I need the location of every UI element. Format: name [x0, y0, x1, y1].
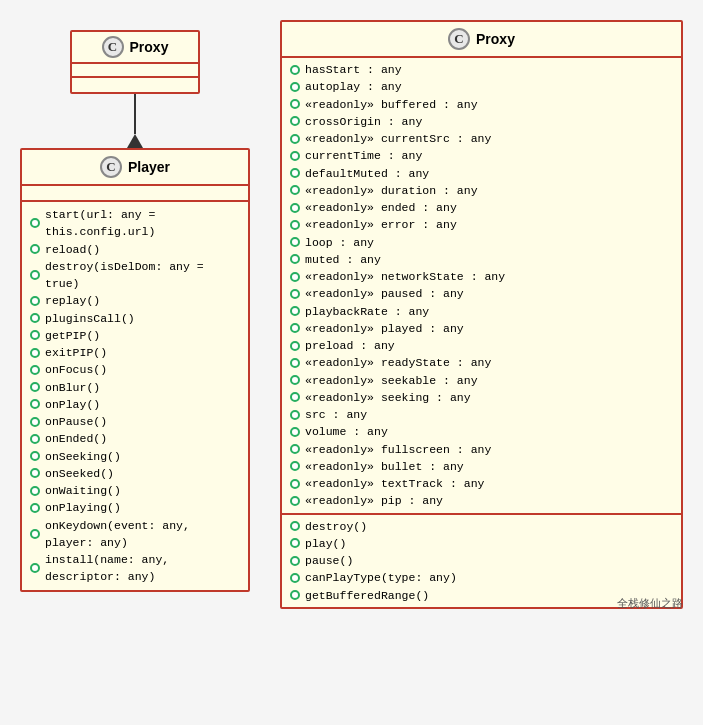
property-label: «readonly» pip : any — [305, 492, 443, 509]
method-circle-icon — [30, 218, 40, 228]
proxy-property-item: «readonly» textTrack : any — [290, 475, 673, 492]
property-label: defaultMuted : any — [305, 165, 429, 182]
property-circle-icon — [290, 254, 300, 264]
player-methods-section: start(url: any = this.config.url)reload(… — [22, 202, 248, 590]
proxy-property-item: «readonly» paused : any — [290, 285, 673, 302]
proxy-small-header: C Proxy — [72, 32, 198, 64]
property-label: «readonly» textTrack : any — [305, 475, 484, 492]
property-label: «readonly» seeking : any — [305, 389, 471, 406]
player-method-item: onKeydown(event: any, player: any) — [30, 517, 240, 552]
method-label: canPlayType(type: any) — [305, 569, 457, 586]
method-label: onEnded() — [45, 430, 107, 447]
proxy-property-item: «readonly» played : any — [290, 320, 673, 337]
inheritance-arrow — [127, 94, 143, 148]
proxy-property-item: «readonly» duration : any — [290, 182, 673, 199]
method-circle-icon — [30, 451, 40, 461]
method-circle-icon — [30, 348, 40, 358]
player-method-item: onPlay() — [30, 396, 240, 413]
property-circle-icon — [290, 392, 300, 402]
player-method-item: onPause() — [30, 413, 240, 430]
proxy-property-item: preload : any — [290, 337, 673, 354]
property-label: «readonly» paused : any — [305, 285, 464, 302]
property-circle-icon — [290, 289, 300, 299]
property-label: «readonly» networkState : any — [305, 268, 505, 285]
property-label: volume : any — [305, 423, 388, 440]
player-class-name: Player — [128, 159, 170, 175]
player-method-item: onWaiting() — [30, 482, 240, 499]
property-label: «readonly» readyState : any — [305, 354, 491, 371]
property-label: src : any — [305, 406, 367, 423]
property-circle-icon — [290, 375, 300, 385]
proxy-method-item: pause() — [290, 552, 673, 569]
property-circle-icon — [290, 341, 300, 351]
player-method-item: onBlur() — [30, 379, 240, 396]
player-method-item: onEnded() — [30, 430, 240, 447]
property-circle-icon — [290, 323, 300, 333]
proxy-method-item: play() — [290, 535, 673, 552]
property-label: «readonly» ended : any — [305, 199, 457, 216]
proxy-small-class: C Proxy — [70, 30, 200, 94]
method-label: onPause() — [45, 413, 107, 430]
proxy-small-section2 — [72, 78, 198, 92]
method-label: onSeeking() — [45, 448, 121, 465]
proxy-property-item: «readonly» seeking : any — [290, 389, 673, 406]
proxy-property-item: «readonly» fullscreen : any — [290, 441, 673, 458]
proxy-property-item: «readonly» readyState : any — [290, 354, 673, 371]
method-circle-icon — [30, 503, 40, 513]
property-circle-icon — [290, 116, 300, 126]
proxy-property-item: currentTime : any — [290, 147, 673, 164]
player-method-item: reload() — [30, 241, 240, 258]
method-label: onKeydown(event: any, player: any) — [45, 517, 240, 552]
method-label: reload() — [45, 241, 100, 258]
property-label: currentTime : any — [305, 147, 422, 164]
method-circle-icon — [30, 296, 40, 306]
method-label: onBlur() — [45, 379, 100, 396]
property-label: «readonly» error : any — [305, 216, 457, 233]
player-method-item: pluginsCall() — [30, 310, 240, 327]
proxy-small-section1 — [72, 64, 198, 78]
proxy-small-class-name: Proxy — [130, 39, 169, 55]
property-circle-icon — [290, 134, 300, 144]
method-label: destroy() — [305, 518, 367, 535]
method-label: exitPIP() — [45, 344, 107, 361]
method-circle-icon — [30, 330, 40, 340]
method-circle-icon — [30, 313, 40, 323]
property-circle-icon — [290, 168, 300, 178]
player-method-item: getPIP() — [30, 327, 240, 344]
method-circle-icon — [30, 434, 40, 444]
method-circle-icon — [30, 529, 40, 539]
method-label: start(url: any = this.config.url) — [45, 206, 240, 241]
method-circle-icon — [30, 399, 40, 409]
property-circle-icon — [290, 410, 300, 420]
method-circle-icon — [30, 417, 40, 427]
left-panel: C Proxy C Player start(url: any = this.c… — [20, 20, 250, 609]
player-method-item: onPlaying() — [30, 499, 240, 516]
player-method-item: onSeeked() — [30, 465, 240, 482]
method-label: onFocus() — [45, 361, 107, 378]
player-method-item: start(url: any = this.config.url) — [30, 206, 240, 241]
method-label: install(name: any, descriptor: any) — [45, 551, 240, 586]
property-label: preload : any — [305, 337, 395, 354]
method-circle-icon — [30, 270, 40, 280]
method-circle-icon — [290, 573, 300, 583]
property-label: «readonly» fullscreen : any — [305, 441, 491, 458]
player-method-item: replay() — [30, 292, 240, 309]
property-circle-icon — [290, 151, 300, 161]
method-circle-icon — [290, 521, 300, 531]
proxy-large-class: C Proxy hasStart : anyautoplay : any«rea… — [280, 20, 683, 609]
proxy-method-item: canPlayType(type: any) — [290, 569, 673, 586]
property-circle-icon — [290, 427, 300, 437]
property-circle-icon — [290, 358, 300, 368]
proxy-small-class-icon: C — [102, 36, 124, 58]
method-circle-icon — [30, 244, 40, 254]
property-label: «readonly» played : any — [305, 320, 464, 337]
player-class-header: C Player — [22, 150, 248, 186]
player-class-icon: C — [100, 156, 122, 178]
proxy-property-item: «readonly» pip : any — [290, 492, 673, 509]
proxy-property-item: «readonly» bullet : any — [290, 458, 673, 475]
property-circle-icon — [290, 237, 300, 247]
method-label: getPIP() — [45, 327, 100, 344]
method-circle-icon — [30, 382, 40, 392]
method-label: pluginsCall() — [45, 310, 135, 327]
arrow-line — [134, 94, 136, 134]
